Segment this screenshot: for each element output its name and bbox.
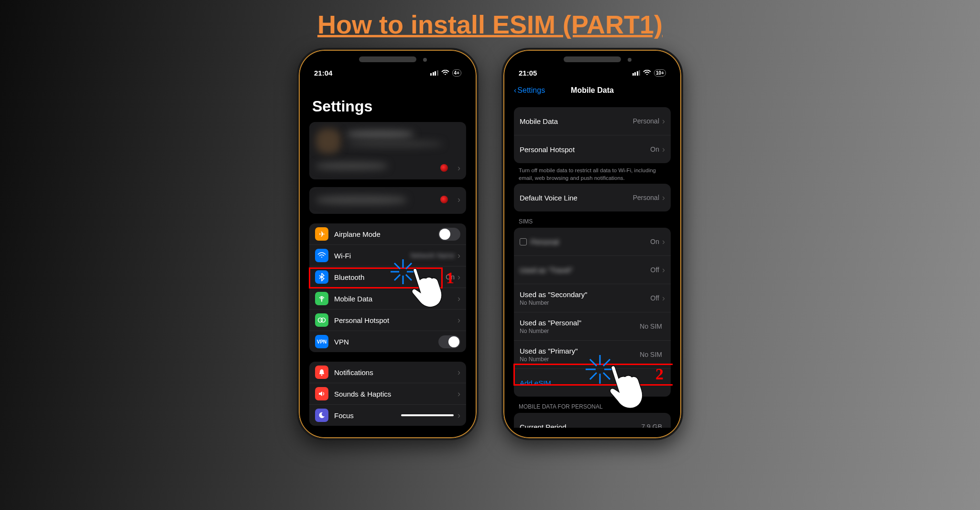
sim-value: No SIM (640, 351, 662, 358)
mobile-data-line-label: Mobile Data (520, 117, 633, 125)
phone-row: 21:04 4+ Settings › › (0, 48, 980, 440)
mobile-data-label: Mobile Data (334, 295, 457, 303)
mobile-data-line-value: Personal (633, 117, 659, 125)
notifications-label: Notifications (334, 368, 457, 377)
current-period-value: 7.9 GB (641, 423, 662, 428)
signal-icon (430, 70, 438, 76)
battery-icon: 4+ (452, 69, 461, 77)
clock: 21:04 (314, 69, 332, 77)
chevron-icon: › (662, 144, 665, 155)
account-card-blurred: › (309, 122, 466, 179)
notch (359, 56, 416, 62)
chevron-left-icon: ‹ (514, 86, 516, 95)
personal-hotspot-value: On (650, 145, 659, 153)
chevron-icon: › (662, 116, 665, 126)
notch (564, 56, 621, 62)
chevron-icon: › (457, 315, 460, 325)
status-bar: 21:05 10+ (512, 69, 673, 77)
vpn-toggle[interactable] (438, 335, 460, 348)
battery-icon: 10+ (654, 69, 666, 77)
hotspot-label: Personal Hotspot (334, 316, 457, 324)
sim-row[interactable]: Used as "Travel"Off› (514, 255, 671, 284)
phone-settings: 21:04 4+ Settings › › (297, 48, 479, 440)
checkbox-icon (520, 238, 527, 245)
airplane-label: Airplane Mode (334, 230, 438, 238)
callout-box-2 (513, 364, 673, 386)
callout-number-2: 2 (655, 365, 664, 383)
sim-label: Used as "Travel" (520, 266, 651, 274)
page-title: How to install ESIM (PART1) (0, 0, 980, 39)
phone-mobile-data: 21:05 10+ ‹ Settings Mobile Data Mobile … (501, 48, 683, 440)
sim-label: Used as "Primary" (520, 347, 640, 355)
row-focus[interactable]: Focus › (309, 404, 466, 426)
row-sounds[interactable]: Sounds & Haptics › (309, 383, 466, 404)
sim-value: Off (651, 266, 659, 274)
current-period-label: Current Period (520, 423, 641, 428)
back-button[interactable]: ‹ Settings (514, 86, 545, 95)
callout-number-1: 1 (446, 269, 454, 287)
bell-icon (315, 366, 328, 379)
chevron-icon: › (457, 389, 460, 399)
row-mobile-data-line[interactable]: Mobile Data Personal › (514, 107, 671, 135)
wifi-icon (441, 70, 449, 76)
wifi-label: Wi-Fi (334, 252, 410, 260)
row-wifi[interactable]: Wi-Fi Network Name › (309, 244, 466, 266)
chevron-icon: › (457, 367, 460, 377)
back-label: Settings (517, 86, 545, 95)
sim-sub: No Number (520, 356, 640, 363)
sim-sub: No Number (520, 328, 640, 334)
sim-value: On (650, 238, 659, 245)
row-hotspot[interactable]: Personal Hotspot › (309, 309, 466, 331)
airplane-icon: ✈︎ (315, 227, 328, 241)
chevron-icon: › (662, 237, 665, 247)
svg-point-3 (321, 375, 323, 376)
chevron-icon: › (457, 272, 460, 282)
wifi-settings-icon (315, 249, 328, 262)
sounds-label: Sounds & Haptics (334, 390, 457, 398)
speaker-icon (315, 387, 328, 400)
personal-hotspot-label: Personal Hotspot (520, 145, 650, 154)
mobile-data-card: Mobile Data Personal › Personal Hotspot … (514, 107, 671, 163)
vpn-label: VPN (334, 338, 438, 346)
moon-icon (315, 409, 328, 422)
sim-row[interactable]: Used as "Personal"No NumberNo SIM (514, 312, 671, 340)
notifications-card: Notifications › Sounds & Haptics › Focus (309, 362, 466, 426)
chevron-icon: › (662, 265, 665, 275)
voice-line-value: Personal (633, 194, 659, 201)
mobile-data-hint: Turn off mobile data to restrict all dat… (512, 163, 673, 184)
row-mobile-data[interactable]: Mobile Data › (309, 288, 466, 309)
chevron-icon: › (457, 294, 460, 304)
sim-label: Used as "Personal" (520, 319, 640, 327)
sim-label: Used as "Secondary" (520, 290, 651, 299)
row-blurred: › (309, 187, 466, 214)
sim-value: No SIM (640, 322, 662, 330)
chevron-icon: › (457, 410, 460, 421)
antenna-icon (315, 292, 328, 305)
signal-icon (632, 70, 641, 76)
vpn-icon: VPN (315, 335, 328, 348)
row-notifications[interactable]: Notifications › (309, 362, 466, 383)
sim-value: Off (651, 294, 659, 302)
row-current-period[interactable]: Current Period 7.9 GB (514, 413, 671, 428)
row-personal-hotspot[interactable]: Personal Hotspot On › (514, 135, 671, 163)
voice-card: Default Voice Line Personal › (514, 184, 671, 211)
sim-row[interactable]: PersonalOn› (514, 228, 671, 255)
row-voice-line[interactable]: Default Voice Line Personal › (514, 184, 671, 211)
svg-point-2 (321, 318, 326, 322)
sim-label: Personal (531, 238, 650, 246)
row-vpn[interactable]: VPN VPN (309, 331, 466, 352)
sim-row[interactable]: Used as "Secondary"No NumberOff› (514, 284, 671, 312)
voice-line-label: Default Voice Line (520, 194, 633, 202)
hotspot-icon (315, 313, 328, 327)
nav-bar: ‹ Settings Mobile Data (512, 80, 673, 100)
airplane-toggle[interactable] (438, 228, 460, 241)
wifi-icon (643, 70, 651, 76)
row-airplane[interactable]: ✈︎ Airplane Mode (309, 223, 466, 244)
focus-label: Focus (334, 411, 401, 420)
svg-point-0 (321, 299, 323, 301)
chevron-icon: › (662, 293, 665, 303)
clock: 21:05 (519, 69, 537, 77)
usage-card: Current Period 7.9 GB (514, 413, 671, 428)
chevron-icon: › (662, 193, 665, 203)
settings-heading: Settings (312, 98, 468, 115)
